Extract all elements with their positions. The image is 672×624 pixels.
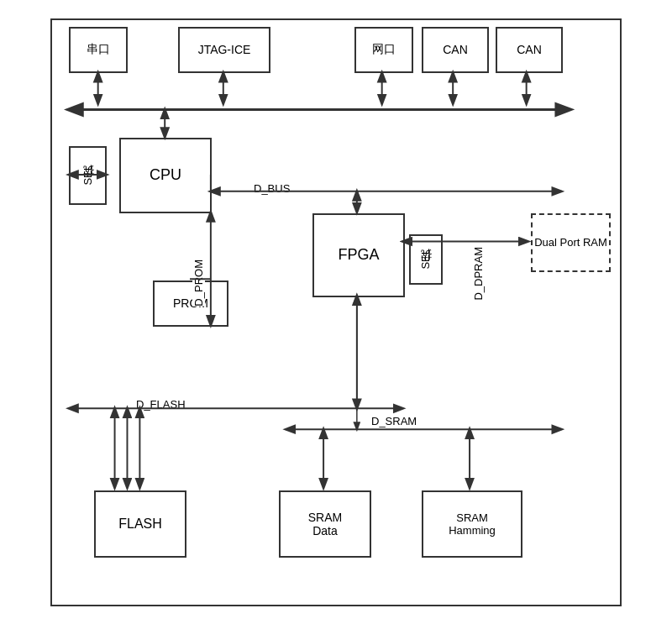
d-prom-label: D_PROM bbox=[192, 260, 205, 307]
anti-sel-fpga-label: 抗SEL bbox=[418, 249, 433, 270]
box-anti-sel-left: 抗SEL bbox=[69, 146, 107, 205]
dpr-label: Dual Port RAM bbox=[534, 236, 607, 249]
d-sram-label: D_SRAM bbox=[371, 415, 417, 427]
fpga-label: FPGA bbox=[338, 246, 379, 264]
box-sram-data: SRAM Data bbox=[279, 490, 371, 558]
box-fpga: FPGA bbox=[312, 213, 405, 297]
can1-label: CAN bbox=[443, 43, 468, 56]
box-can2: CAN bbox=[496, 27, 563, 73]
box-serial: 串口 bbox=[69, 27, 128, 73]
anti-sel-left-label: 抗SEL bbox=[81, 165, 96, 186]
d-bus-label: D_BUS bbox=[254, 182, 290, 195]
box-dual-port-ram: Dual Port RAM bbox=[531, 213, 611, 272]
sram-hamming-label: SRAM Hamming bbox=[449, 511, 496, 537]
sram-data-label: SRAM Data bbox=[308, 511, 342, 537]
diagram-container: 串口 JTAG-ICE 网口 CAN CAN CPU 抗SEL PROM FPG… bbox=[50, 18, 622, 606]
cpu-label: CPU bbox=[150, 166, 181, 184]
box-net: 网口 bbox=[354, 27, 413, 73]
can2-label: CAN bbox=[517, 43, 542, 56]
box-jtag: JTAG-ICE bbox=[178, 27, 270, 73]
net-label: 网口 bbox=[372, 42, 396, 57]
box-flash: FLASH bbox=[94, 490, 186, 558]
d-dpram-label: D_DPRAM bbox=[472, 247, 485, 301]
d-flash-label: D_FLASH bbox=[136, 398, 186, 411]
box-can1: CAN bbox=[422, 27, 489, 73]
box-sram-hamming: SRAM Hamming bbox=[422, 490, 522, 558]
serial-label: 串口 bbox=[87, 42, 110, 57]
box-prom: PROM bbox=[153, 281, 228, 327]
flash-label: FLASH bbox=[118, 517, 162, 532]
box-cpu: CPU bbox=[119, 138, 212, 213]
box-anti-sel-fpga: 抗SEL bbox=[409, 234, 443, 285]
jtag-label: JTAG-ICE bbox=[198, 43, 251, 56]
